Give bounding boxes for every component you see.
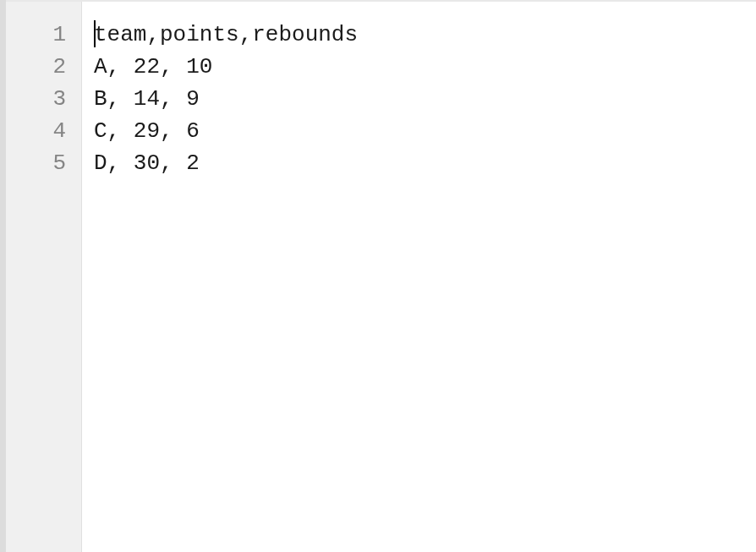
- line-number: 2: [6, 51, 81, 83]
- code-line[interactable]: A, 22, 10: [94, 51, 756, 83]
- line-number-gutter: 1 2 3 4 5: [6, 2, 82, 552]
- text-cursor: [94, 20, 96, 47]
- line-number: 1: [6, 19, 81, 51]
- code-line[interactable]: D, 30, 2: [94, 147, 756, 179]
- line-number: 4: [6, 115, 81, 147]
- code-line[interactable]: B, 14, 9: [94, 83, 756, 115]
- code-area[interactable]: team,points,rebounds A, 22, 10 B, 14, 9 …: [82, 2, 756, 552]
- code-line[interactable]: C, 29, 6: [94, 115, 756, 147]
- line-number: 5: [6, 147, 81, 179]
- code-line[interactable]: team,points,rebounds: [94, 19, 756, 51]
- line-number: 3: [6, 83, 81, 115]
- text-editor[interactable]: 1 2 3 4 5 team,points,rebounds A, 22, 10…: [6, 0, 756, 552]
